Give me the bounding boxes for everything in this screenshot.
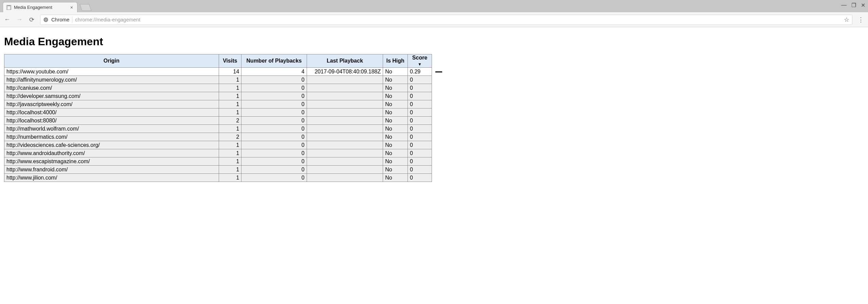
cell-origin: http://www.androidauthority.com/ bbox=[4, 149, 219, 157]
cell-visits: 1 bbox=[219, 76, 241, 84]
reload-icon[interactable]: ⟳ bbox=[28, 16, 35, 23]
col-last[interactable]: Last Playback bbox=[307, 54, 383, 68]
cell-is_high: No bbox=[383, 133, 408, 141]
cell-is_high: No bbox=[383, 174, 408, 182]
address-bar[interactable]: Chrome chrome://media-engagement ☆ bbox=[40, 15, 852, 25]
cell-playbacks: 0 bbox=[241, 76, 307, 84]
cell-score: 0 bbox=[408, 92, 432, 100]
minimize-icon[interactable]: — bbox=[841, 2, 847, 9]
table-row: http://caniuse.com/10No0 bbox=[4, 84, 432, 92]
close-tab-icon[interactable]: × bbox=[70, 5, 74, 10]
browser-tab[interactable]: Media Engagement × bbox=[3, 2, 77, 12]
cell-origin: http://www.jilion.com/ bbox=[4, 174, 219, 182]
cell-score: 0 bbox=[408, 166, 432, 174]
cell-is_high: No bbox=[383, 117, 408, 125]
cell-visits: 1 bbox=[219, 84, 241, 92]
cell-score: 0.29 bbox=[408, 68, 432, 76]
browser-chrome: Media Engagement × — ❐ ✕ ← → ⟳ Chrome ch… bbox=[0, 0, 868, 187]
cell-score: 0 bbox=[408, 157, 432, 166]
cell-last bbox=[307, 125, 383, 133]
cell-is_high: No bbox=[383, 141, 408, 149]
cell-last bbox=[307, 76, 383, 84]
cell-score: 0 bbox=[408, 100, 432, 108]
cell-is_high: No bbox=[383, 166, 408, 174]
table-row: https://www.youtube.com/1442017-09-04T08… bbox=[4, 68, 432, 76]
cell-playbacks: 0 bbox=[241, 166, 307, 174]
cell-score: 0 bbox=[408, 84, 432, 92]
table-row: http://localhost:8080/20No0 bbox=[4, 117, 432, 125]
url-label: Chrome bbox=[51, 17, 69, 22]
table-row: http://www.frandroid.com/10No0 bbox=[4, 166, 432, 174]
cell-is_high: No bbox=[383, 68, 408, 76]
cell-origin: http://developer.samsung.com/ bbox=[4, 92, 219, 100]
cell-last bbox=[307, 141, 383, 149]
row-marker-icon bbox=[435, 71, 442, 72]
page-content: Media Engagement Origin Visits Number of… bbox=[0, 27, 868, 187]
omnibox-separator bbox=[72, 17, 72, 23]
cell-origin: http://www.frandroid.com/ bbox=[4, 166, 219, 174]
cell-last bbox=[307, 108, 383, 117]
cell-origin: http://localhost:8080/ bbox=[4, 117, 219, 125]
cell-visits: 1 bbox=[219, 141, 241, 149]
cell-last bbox=[307, 84, 383, 92]
forward-icon[interactable]: → bbox=[16, 16, 23, 23]
cell-origin: https://www.youtube.com/ bbox=[4, 68, 219, 76]
cell-origin: http://numbermatics.com/ bbox=[4, 133, 219, 141]
cell-last bbox=[307, 133, 383, 141]
cell-visits: 1 bbox=[219, 174, 241, 182]
col-score[interactable]: Score bbox=[408, 54, 432, 68]
cell-playbacks: 0 bbox=[241, 174, 307, 182]
cell-visits: 1 bbox=[219, 125, 241, 133]
table-row: http://videosciences.cafe-sciences.org/1… bbox=[4, 141, 432, 149]
cell-visits: 1 bbox=[219, 149, 241, 157]
cell-score: 0 bbox=[408, 149, 432, 157]
table-header-row: Origin Visits Number of Playbacks Last P… bbox=[4, 54, 432, 68]
col-ishigh[interactable]: Is High bbox=[383, 54, 408, 68]
table-row: http://www.escapistmagazine.com/10No0 bbox=[4, 157, 432, 166]
col-origin[interactable]: Origin bbox=[4, 54, 219, 68]
cell-last bbox=[307, 174, 383, 182]
cell-is_high: No bbox=[383, 108, 408, 117]
cell-playbacks: 0 bbox=[241, 84, 307, 92]
maximize-icon[interactable]: ❐ bbox=[851, 2, 856, 9]
col-playbacks[interactable]: Number of Playbacks bbox=[241, 54, 307, 68]
cell-visits: 2 bbox=[219, 117, 241, 125]
cell-score: 0 bbox=[408, 76, 432, 84]
back-icon[interactable]: ← bbox=[3, 16, 11, 23]
table-row: http://developer.samsung.com/10No0 bbox=[4, 92, 432, 100]
bookmark-star-icon[interactable]: ☆ bbox=[844, 16, 849, 23]
browser-menu-icon[interactable]: ⋮ bbox=[857, 16, 865, 23]
cell-playbacks: 0 bbox=[241, 108, 307, 117]
cell-is_high: No bbox=[383, 76, 408, 84]
cell-playbacks: 0 bbox=[241, 92, 307, 100]
cell-last bbox=[307, 157, 383, 166]
cell-visits: 2 bbox=[219, 133, 241, 141]
cell-visits: 1 bbox=[219, 108, 241, 117]
table-row: http://www.jilion.com/10No0 bbox=[4, 174, 432, 182]
table-row: http://affinitynumerology.com/10No0 bbox=[4, 76, 432, 84]
cell-visits: 14 bbox=[219, 68, 241, 76]
cell-playbacks: 0 bbox=[241, 149, 307, 157]
page-title: Media Engagement bbox=[4, 35, 864, 48]
cell-is_high: No bbox=[383, 92, 408, 100]
cell-is_high: No bbox=[383, 100, 408, 108]
cell-last bbox=[307, 166, 383, 174]
cell-last bbox=[307, 117, 383, 125]
col-visits[interactable]: Visits bbox=[219, 54, 241, 68]
page-icon bbox=[6, 5, 11, 10]
cell-is_high: No bbox=[383, 125, 408, 133]
new-tab-button[interactable] bbox=[79, 4, 91, 11]
toolbar: ← → ⟳ Chrome chrome://media-engagement ☆… bbox=[0, 12, 868, 27]
cell-origin: http://caniuse.com/ bbox=[4, 84, 219, 92]
cell-is_high: No bbox=[383, 149, 408, 157]
cell-playbacks: 4 bbox=[241, 68, 307, 76]
cell-score: 0 bbox=[408, 108, 432, 117]
cell-visits: 1 bbox=[219, 166, 241, 174]
cell-playbacks: 0 bbox=[241, 125, 307, 133]
close-window-icon[interactable]: ✕ bbox=[861, 2, 865, 9]
cell-origin: http://javascriptweekly.com/ bbox=[4, 100, 219, 108]
cell-origin: http://affinitynumerology.com/ bbox=[4, 76, 219, 84]
table-row: http://mathworld.wolfram.com/10No0 bbox=[4, 125, 432, 133]
cell-origin: http://localhost:4000/ bbox=[4, 108, 219, 117]
cell-is_high: No bbox=[383, 84, 408, 92]
